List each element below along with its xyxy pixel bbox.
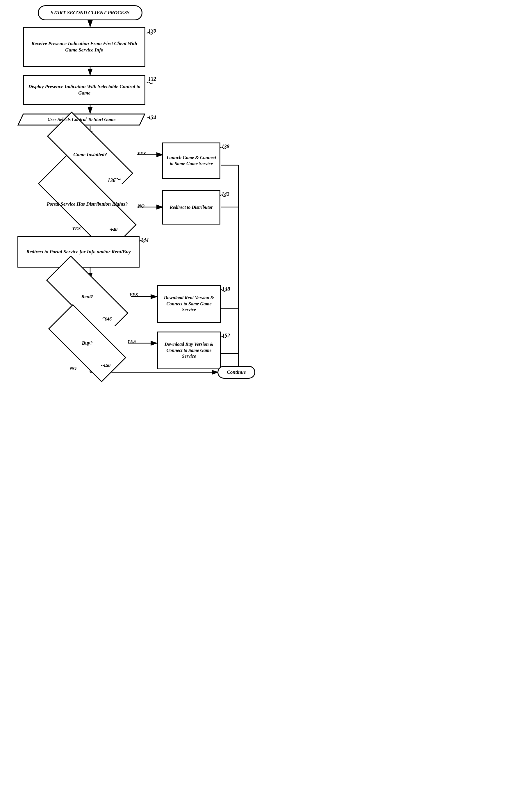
yes-buy: YES [127,339,136,344]
yes-portal: YES [72,226,81,231]
no-portal: NO [138,204,144,209]
ref-136: 136 [108,177,115,183]
diamond-buy: Buy? [49,326,125,361]
diamond-game-installed-label: Game Installed? [70,150,110,159]
node-130-label: Receive Presence Indication From First C… [24,39,144,55]
ref-134: 134 [148,115,156,121]
diamond-portal-service: Portal Service Has Distribution Rights? [38,184,137,225]
node-148-label: Download Rent Version & Connect to Same … [158,293,220,314]
node-144-label: Redirect to Portal Service for Info and/… [23,247,133,256]
start-node: START SECOND CLIENT PROCESS [38,5,142,20]
node-134-label: User Selects Control To Start Game [18,115,145,124]
no-buy: NO [70,366,76,371]
continue-node: Continue [218,366,255,379]
yes-game-installed: YES [137,151,146,156]
ref-140: 140 [111,227,117,232]
node-132: Display Presence Indication With Selecta… [23,75,145,105]
node-132-label: Display Presence Indication With Selecta… [24,82,144,98]
node-144: Redirect to Portal Service for Info and/… [18,236,139,268]
yes-rent: YES [129,292,138,297]
node-130: Receive Presence Indication From First C… [23,27,145,67]
ref-130: 130 [148,28,156,34]
ref-146: 146 [105,316,112,322]
node-148: Download Rent Version & Connect to Same … [157,285,221,323]
node-152-label: Download Buy Version & Connect to Same G… [158,340,220,361]
diamond-portal-label: Portal Service Has Distribution Rights? [44,200,131,209]
ref-152: 152 [222,333,230,339]
node-138-label: Launch Game & Connect to Same Game Servi… [163,153,220,168]
node-138: Launch Game & Connect to Same Game Servi… [162,142,220,179]
continue-label: Continue [224,368,249,377]
node-142-label: Redirect to Distributor [167,203,215,212]
ref-150: 150 [104,363,111,368]
start-label: START SECOND CLIENT PROCESS [48,8,133,18]
diamond-rent-label: Rent? [78,292,96,301]
ref-142: 142 [222,191,229,198]
ref-144: 144 [141,237,149,243]
ref-132: 132 [148,76,156,82]
diamond-rent: Rent? [47,279,128,314]
node-152: Download Buy Version & Connect to Same G… [157,332,221,369]
ref-138: 138 [222,144,229,150]
diamond-buy-label: Buy? [79,339,96,348]
node-134: User Selects Control To Start Game [18,113,145,126]
node-142: Redirect to Distributor [162,190,220,225]
ref-148: 148 [222,286,230,292]
